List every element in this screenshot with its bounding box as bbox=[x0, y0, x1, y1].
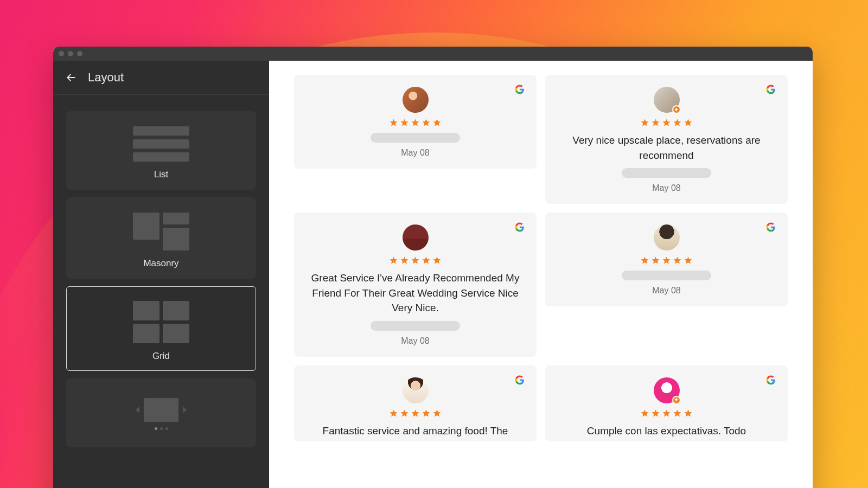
review-card: May 08 bbox=[294, 75, 537, 169]
layout-option-label: Grid bbox=[152, 351, 170, 362]
review-text: Very nice upscale place, reservations ar… bbox=[559, 133, 774, 163]
review-text: Fantastic service and amazing food! The bbox=[323, 423, 508, 439]
layout-options: List Masonry Grid bbox=[53, 95, 269, 447]
google-icon bbox=[766, 375, 776, 385]
local-guide-badge-icon: ✦ bbox=[672, 396, 681, 404]
preview-pane: May 08 ✦ Very nice upscale place, reserv… bbox=[269, 61, 813, 488]
layout-option-label: Masonry bbox=[143, 258, 178, 269]
layout-option-label: List bbox=[154, 169, 168, 180]
star-rating bbox=[389, 409, 442, 418]
window-control-minimize[interactable] bbox=[68, 51, 73, 56]
reviewer-name-placeholder bbox=[622, 271, 711, 280]
review-grid: May 08 ✦ Very nice upscale place, reserv… bbox=[294, 75, 788, 441]
star-rating bbox=[640, 118, 693, 127]
window-control-close[interactable] bbox=[59, 51, 64, 56]
sidebar: Layout List Masonry bbox=[53, 61, 269, 488]
google-icon bbox=[766, 85, 776, 94]
layout-thumb-carousel bbox=[136, 398, 187, 430]
layout-thumb-list bbox=[133, 126, 189, 162]
review-date: May 08 bbox=[652, 286, 680, 296]
local-guide-badge-icon: ✦ bbox=[672, 105, 681, 114]
chevron-right-icon bbox=[183, 407, 187, 413]
star-rating bbox=[389, 256, 442, 265]
google-icon bbox=[515, 222, 525, 232]
reviewer-name-placeholder bbox=[371, 321, 460, 331]
avatar bbox=[403, 224, 429, 251]
sidebar-header: Layout bbox=[53, 61, 269, 95]
window-titlebar bbox=[53, 47, 813, 61]
review-card: Fantastic service and amazing food! The bbox=[294, 365, 537, 442]
review-date: May 08 bbox=[652, 183, 680, 193]
layout-thumb-grid bbox=[133, 301, 189, 343]
review-date: May 08 bbox=[401, 336, 429, 346]
chevron-left-icon bbox=[136, 407, 139, 413]
back-button[interactable] bbox=[65, 72, 77, 84]
review-text: Great Service I've Already Recommended M… bbox=[308, 271, 522, 316]
reviewer-name-placeholder bbox=[371, 133, 460, 143]
avatar: ✦ bbox=[654, 87, 680, 113]
star-rating bbox=[640, 409, 693, 418]
layout-option-grid[interactable]: Grid bbox=[66, 286, 256, 371]
arrow-left-icon bbox=[66, 72, 76, 83]
avatar bbox=[403, 377, 429, 403]
layout-thumb-masonry bbox=[133, 213, 189, 251]
layout-option-carousel[interactable] bbox=[66, 378, 256, 447]
google-icon bbox=[515, 85, 525, 94]
reviewer-name-placeholder bbox=[622, 168, 711, 178]
window-control-maximize[interactable] bbox=[77, 51, 82, 56]
star-rating bbox=[640, 256, 693, 265]
layout-option-masonry[interactable]: Masonry bbox=[66, 197, 256, 279]
review-card: ✦ Very nice upscale place, reservations … bbox=[545, 75, 788, 204]
review-card: ✦ Cumple con las expectativas. Todo bbox=[545, 365, 788, 442]
review-card: May 08 bbox=[545, 213, 788, 306]
layout-option-list[interactable]: List bbox=[66, 111, 256, 190]
star-rating bbox=[389, 118, 442, 127]
sidebar-title: Layout bbox=[88, 70, 124, 85]
review-date: May 08 bbox=[401, 148, 429, 158]
review-text: Cumple con las expectativas. Todo bbox=[587, 423, 746, 439]
app-body: Layout List Masonry bbox=[53, 61, 813, 488]
avatar bbox=[654, 224, 680, 251]
avatar bbox=[403, 87, 429, 113]
google-icon bbox=[766, 222, 776, 232]
review-card: Great Service I've Already Recommended M… bbox=[294, 213, 537, 357]
avatar: ✦ bbox=[654, 377, 680, 403]
google-icon bbox=[515, 375, 525, 385]
app-window: Layout List Masonry bbox=[53, 47, 813, 488]
